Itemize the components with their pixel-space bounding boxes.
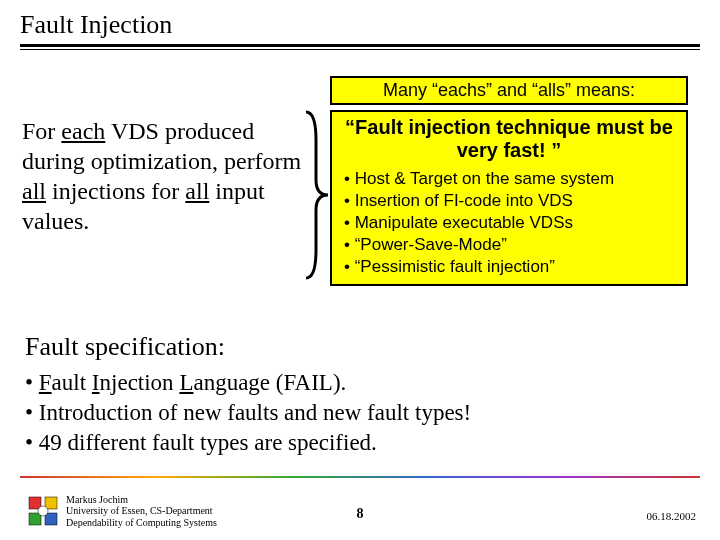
callout-top-text: Many “eachs” and “alls” means:	[383, 80, 635, 100]
list-item: Fault Injection Language (FAIL).	[25, 368, 695, 398]
list-item: Introduction of new faults and new fault…	[25, 398, 695, 428]
left-paragraph: For each VDS produced during optimizatio…	[22, 116, 314, 236]
section-subhead: Fault specification:	[25, 332, 225, 362]
page-number: 8	[357, 506, 364, 522]
callout-list: Host & Target on the same system Inserti…	[340, 168, 678, 280]
svg-point-4	[38, 506, 48, 516]
list-item: “Power-Save-Mode”	[344, 234, 676, 256]
left-text-underline: all	[22, 178, 46, 204]
svg-rect-0	[29, 497, 41, 509]
list-item: Manipulate executable VDSs	[344, 212, 676, 234]
footer-affiliation: University of Essen, CS-Department	[66, 505, 217, 517]
spec-text: njection	[100, 370, 180, 395]
page-title: Fault Injection	[20, 10, 700, 42]
spec-text: anguage (FAIL).	[193, 370, 346, 395]
spec-list: Fault Injection Language (FAIL). Introdu…	[25, 368, 695, 458]
spec-text: ault	[52, 370, 92, 395]
list-item: 49 different fault types are specified.	[25, 428, 695, 458]
footer-rule	[20, 476, 700, 478]
footer-date: 06.18.2002	[647, 510, 697, 522]
callout-box-main: “Fault injection technique must be very …	[330, 110, 688, 286]
callout-box-top: Many “eachs” and “alls” means:	[330, 76, 688, 105]
svg-rect-1	[45, 497, 57, 509]
footer-text: Markus Jochim University of Essen, CS-De…	[66, 494, 217, 529]
logo-icon	[28, 496, 58, 526]
list-item: “Pessimistic fault injection”	[344, 256, 676, 278]
left-text-underline: all	[185, 178, 209, 204]
title-bar: Fault Injection	[20, 10, 700, 50]
list-item: Insertion of FI-code into VDS	[344, 190, 676, 212]
spec-underline: F	[39, 370, 52, 395]
spec-underline: L	[179, 370, 193, 395]
svg-rect-2	[29, 513, 41, 525]
svg-rect-3	[45, 513, 57, 525]
list-item: Host & Target on the same system	[344, 168, 676, 190]
left-text-frag: injections for	[46, 178, 185, 204]
title-rule-thin	[20, 49, 700, 50]
brace-icon	[302, 110, 330, 280]
footer-group: Dependability of Computing Systems	[66, 517, 217, 529]
left-text-underline: each	[61, 118, 105, 144]
callout-headline: “Fault injection technique must be very …	[340, 116, 678, 162]
footer: Markus Jochim University of Essen, CS-De…	[0, 476, 720, 532]
spec-underline: I	[92, 370, 100, 395]
left-text-frag: For	[22, 118, 61, 144]
title-rule-thick	[20, 44, 700, 47]
footer-author: Markus Jochim	[66, 494, 217, 506]
